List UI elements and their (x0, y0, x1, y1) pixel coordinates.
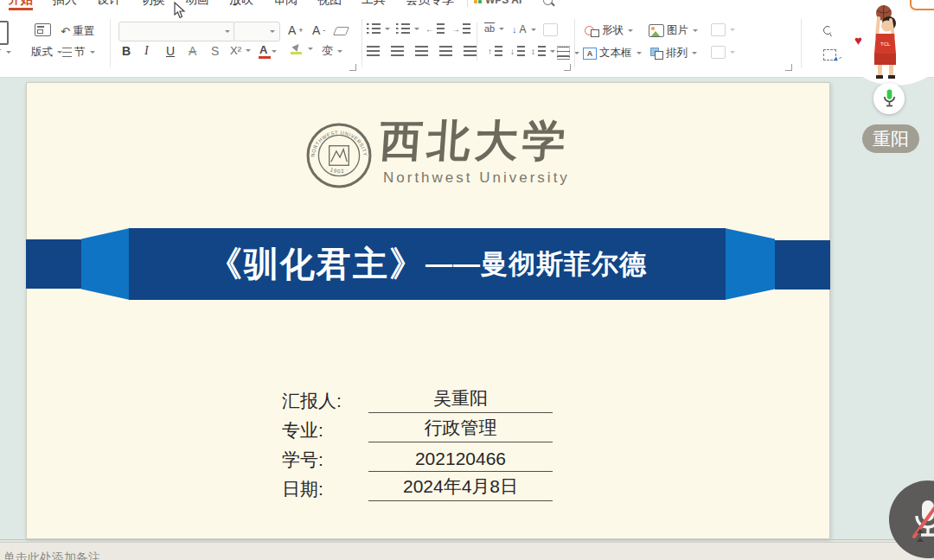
justify-button[interactable] (439, 46, 452, 56)
muted-microphone-icon (911, 497, 934, 542)
textbox-icon: A (583, 48, 597, 60)
superscript-button[interactable]: X² (230, 44, 251, 57)
text-shadow-button[interactable]: S (211, 44, 219, 58)
insert-disabled-button-1 (711, 23, 735, 36)
svg-text:TCL: TCL (880, 41, 891, 47)
microphone-button[interactable] (873, 83, 905, 114)
tab-home[interactable]: 开始 (9, 0, 33, 10)
ribbon-tab-bar: 开始 插入 设计 切换 动画 放映 审阅 视图 工具 会员专享 (9, 0, 454, 10)
sub-divider (477, 22, 477, 60)
info-label: 学号: (282, 448, 368, 472)
highlight-button[interactable] (291, 43, 313, 54)
convert-diagram-button[interactable] (543, 23, 558, 36)
font-color-button[interactable]: A (259, 43, 277, 59)
select-icon (823, 49, 836, 60)
info-label: 汇报人: (282, 389, 368, 413)
underline-button[interactable]: U (166, 44, 175, 58)
new-slide-button[interactable]: 幻灯片 (0, 45, 11, 60)
layout-label: 版式 (31, 45, 53, 60)
new-slide-icon[interactable] (0, 21, 9, 45)
slide-canvas[interactable]: NORTHWEST UNIVERSITY · XI AN · CHINA · 1… (26, 82, 830, 539)
reset-button[interactable]: ↶ 重置 (61, 24, 94, 39)
info-row: 学号: 202120466 (282, 442, 553, 472)
title-banner[interactable]: 《驯化君主》 ——曼彻斯菲尔德 (129, 228, 726, 300)
collapse-chevron-icon[interactable] (917, 538, 924, 542)
bullets-button[interactable] (367, 23, 390, 34)
section-label: 节 (74, 45, 86, 60)
notes-splitter[interactable] (0, 539, 934, 540)
presenter-info-block[interactable]: 汇报人: 吴重阳 专业: 行政管理 学号: 202120466 日期: 2024… (282, 384, 553, 501)
text-direction-button[interactable]: ↓ A (512, 23, 536, 35)
search-icon[interactable] (543, 0, 553, 5)
section-button[interactable]: 节 (62, 45, 95, 60)
line-spacing-button[interactable]: ↕ (531, 46, 555, 56)
shapes-button[interactable]: 形状 (585, 23, 633, 38)
tab-view[interactable]: 视图 (317, 0, 342, 8)
editing-workspace: NORTHWEST UNIVERSITY · XI AN · CHINA · 1… (0, 77, 934, 560)
align-left-button[interactable] (367, 46, 380, 56)
tab-design[interactable]: 设计 (97, 0, 121, 8)
wps-ai-button[interactable]: WPS AI (474, 0, 521, 8)
bold-button[interactable]: B (122, 44, 131, 58)
info-value: 2024年4月8日 (368, 474, 553, 501)
font-dialog-launcher[interactable] (349, 64, 356, 71)
font-size-select[interactable] (234, 22, 280, 41)
arrange-button[interactable]: 排列 (650, 46, 697, 60)
textbox-button[interactable]: A 文本框 (583, 46, 642, 60)
shapes-label: 形状 (602, 23, 624, 38)
align-center-icon (391, 46, 404, 56)
align-right-button[interactable] (415, 46, 428, 56)
info-row: 日期: 2024年4月8日 (282, 472, 553, 501)
slide-layout-icon[interactable] (35, 23, 51, 36)
paragraph-layout-icon (557, 46, 570, 60)
disabled-insert-icon (711, 23, 726, 36)
insert-dialog-launcher[interactable] (785, 64, 792, 71)
italic-button[interactable]: I (144, 44, 149, 58)
info-label: 日期: (282, 477, 368, 501)
increase-spacing-button[interactable]: ↑ (488, 46, 502, 56)
decrease-spacing-button[interactable]: ↓ (510, 46, 525, 56)
shapes-icon (585, 25, 599, 37)
notes-pane[interactable]: 单击此处添加备注 (0, 542, 934, 560)
info-value: 行政管理 (368, 416, 553, 442)
university-name-en: Northwest University (383, 169, 570, 187)
distribute-button[interactable] (464, 46, 477, 56)
text-effects-button[interactable]: 变 (322, 43, 342, 59)
corner-cut-button[interactable] (910, 0, 934, 10)
paragraph-dialog-launcher[interactable] (564, 64, 571, 71)
group-divider (110, 19, 111, 67)
align-center-button[interactable] (391, 46, 404, 56)
banner-left-tail (26, 239, 82, 289)
strikethrough-button[interactable]: A (189, 44, 196, 58)
clear-format-button[interactable] (335, 27, 348, 35)
tab-tools[interactable]: 工具 (361, 0, 386, 8)
numbering-button[interactable] (396, 23, 419, 34)
character-border-button[interactable]: ab (484, 23, 504, 34)
disabled-insert-icon (711, 46, 726, 59)
group-divider (801, 19, 802, 67)
paragraph-layout-button[interactable] (557, 46, 579, 60)
tab-member[interactable]: 会员专享 (406, 0, 454, 8)
increase-indent-button[interactable]: → (451, 23, 470, 34)
banner-right-fold (725, 228, 775, 300)
decrease-font-button[interactable]: A- (312, 23, 325, 37)
layout-button[interactable]: 版式 (31, 45, 62, 60)
eraser-icon (333, 27, 349, 35)
textbox-label: 文本框 (599, 46, 632, 60)
justify-icon (439, 46, 452, 56)
text-effects-icon: 变 (322, 43, 333, 59)
tab-insert[interactable]: 插入 (53, 0, 77, 8)
tab-animations[interactable]: 动画 (185, 0, 209, 8)
decrease-indent-button[interactable]: ← (425, 23, 445, 34)
banner-right-tail (775, 240, 830, 290)
tab-slideshow[interactable]: 放映 (229, 0, 253, 8)
font-name-select[interactable] (118, 22, 235, 41)
tab-transitions[interactable]: 切换 (141, 0, 165, 8)
picture-button[interactable]: 图片 (649, 23, 698, 38)
tab-review[interactable]: 审阅 (273, 0, 297, 8)
group-divider (574, 19, 575, 67)
increase-font-button[interactable]: A+ (288, 23, 304, 37)
distribute-icon (464, 46, 477, 56)
collapse-chevron-icon[interactable] (917, 529, 924, 533)
new-slide-label: 幻灯片 (0, 45, 2, 60)
